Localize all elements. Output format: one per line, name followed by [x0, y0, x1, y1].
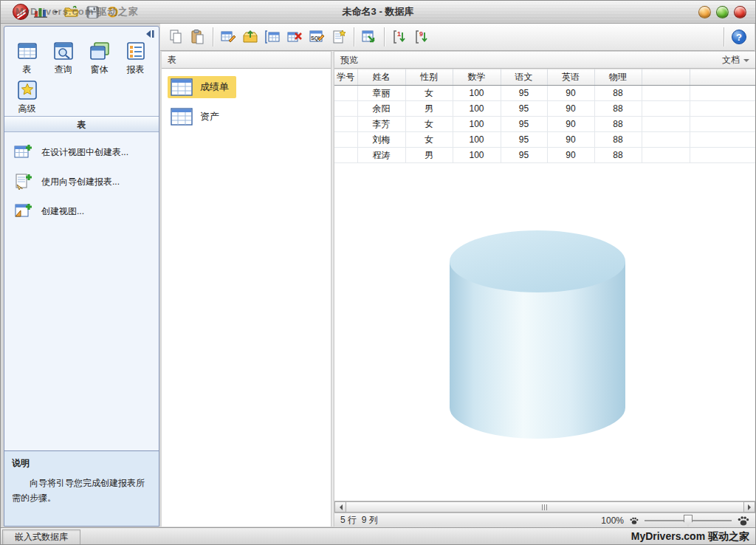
report-icon — [125, 40, 147, 62]
action-label: 创建视图... — [41, 205, 84, 218]
export-icon — [361, 29, 377, 45]
table-row: 李芳女100959088 — [334, 117, 755, 132]
table-row: 刘梅女100959088 — [334, 132, 755, 148]
table-cell — [334, 132, 357, 148]
table-cell: 男 — [405, 101, 453, 117]
category-reports[interactable]: 报表 — [117, 40, 154, 76]
document-menu-button[interactable]: 文档 — [722, 52, 749, 69]
new-chart-button[interactable] — [33, 5, 48, 18]
preview-header: 文档 预览 — [334, 52, 755, 69]
table-cell: 95 — [501, 148, 547, 163]
help-button[interactable]: ? — [729, 27, 749, 47]
sql-button[interactable]: SQL — [307, 27, 326, 47]
action-create-report-wizard[interactable]: 使用向导创建报表... — [13, 171, 120, 192]
table-cell — [334, 117, 357, 132]
table-cell: 100 — [453, 132, 501, 148]
new-dropdown-arrow-icon[interactable] — [54, 11, 58, 16]
export-button[interactable] — [360, 27, 379, 47]
new-report-button[interactable] — [329, 27, 348, 47]
toolbar-separator — [384, 27, 385, 47]
zoom-out-paw-icon[interactable] — [630, 516, 639, 525]
save-button[interactable] — [85, 5, 100, 18]
table-cell: 程涛 — [357, 148, 405, 163]
table-cell: 88 — [594, 132, 642, 148]
table-cell: 95 — [501, 132, 547, 148]
toolbar-separator — [213, 27, 213, 47]
sidebar-collapse-button[interactable] — [145, 30, 155, 38]
paste-button[interactable] — [188, 27, 207, 47]
zoom-slider-thumb[interactable] — [684, 515, 693, 527]
database-mode-label: 嵌入式数据库 — [2, 529, 80, 545]
zoom-slider[interactable] — [645, 515, 732, 527]
import-icon — [242, 29, 258, 45]
import-button[interactable] — [241, 27, 260, 47]
category-tables[interactable]: 表 — [9, 40, 45, 76]
table-cell — [690, 101, 755, 117]
table-cell — [690, 132, 755, 148]
table-cell: 女 — [405, 117, 453, 132]
table-cell — [334, 86, 357, 101]
column-header: 英语 — [547, 69, 594, 86]
sort-descending-button[interactable]: 9 — [412, 27, 431, 47]
sidebar: 表 查询 窗体 — [4, 26, 159, 527]
table-cell: 88 — [594, 101, 642, 117]
table-item-label: 资产 — [200, 110, 219, 123]
minimize-button[interactable] — [698, 6, 711, 18]
category-advanced[interactable]: 高级 — [9, 79, 45, 115]
table-cell: 95 — [501, 117, 547, 132]
form-icon — [89, 40, 111, 62]
undo-icon — [106, 6, 120, 18]
zoom-in-paw-icon[interactable] — [738, 515, 749, 527]
category-forms[interactable]: 窗体 — [81, 40, 117, 76]
column-header: 性别 — [405, 69, 453, 86]
main-toolbar: SQL 1 — [160, 24, 755, 51]
action-create-table-design[interactable]: 在设计视图中创建表... — [13, 142, 128, 162]
watermark-bottom: MyDrivers.com 驱动之家 — [631, 530, 749, 544]
document-menu-label: 文档 — [722, 52, 740, 69]
copy-icon — [168, 29, 184, 45]
column-header: 学号 — [334, 69, 357, 86]
triangle-right-icon — [748, 504, 754, 510]
object-categories: 表 查询 窗体 — [4, 38, 159, 117]
zoom-level: 100% — [601, 515, 624, 526]
sort-ascending-button[interactable]: 1 — [390, 27, 409, 47]
table-row: 余阳男100959088 — [334, 101, 755, 117]
maximize-button[interactable] — [716, 6, 729, 18]
category-queries[interactable]: 查询 — [45, 40, 81, 76]
row-col-count: 5 行 9 列 — [340, 514, 378, 527]
table-cell: 男 — [405, 148, 453, 163]
app-logo-icon[interactable] — [13, 4, 29, 20]
new-table-button[interactable] — [263, 27, 282, 47]
scroll-right-button[interactable] — [743, 501, 755, 513]
close-button[interactable] — [734, 6, 746, 18]
table-cell: 李芳 — [357, 117, 405, 132]
category-label: 窗体 — [91, 64, 109, 76]
category-label: 报表 — [127, 64, 145, 76]
delete-table-button[interactable] — [285, 27, 304, 47]
table-cell: 女 — [405, 86, 453, 101]
table-item-zichan[interactable]: 资产 — [168, 106, 227, 128]
table-design-button[interactable] — [219, 27, 238, 47]
delete-table-icon — [286, 29, 303, 45]
table-row: 程涛男100959088 — [334, 148, 755, 163]
window-controls — [698, 6, 746, 18]
open-button[interactable] — [64, 5, 79, 18]
tables-panel-header: 表 — [162, 52, 331, 69]
table-item-chengjidan[interactable]: 成绩单 — [168, 76, 236, 98]
table-cell: 90 — [547, 86, 594, 101]
copy-button[interactable] — [166, 27, 185, 47]
undo-button[interactable] — [106, 5, 120, 18]
table-cell — [642, 148, 690, 163]
scrollbar-thumb[interactable] — [346, 501, 743, 513]
table-cell — [642, 101, 690, 117]
preview-statusbar: 5 行 9 列 100% — [334, 513, 755, 527]
action-create-view[interactable]: 创建视图... — [13, 201, 84, 222]
table-cell — [690, 117, 755, 132]
svg-text:9: 9 — [419, 30, 423, 38]
scroll-left-button[interactable] — [334, 501, 346, 513]
create-view-icon — [13, 201, 34, 222]
cylinder-graphic — [450, 230, 625, 441]
toolbar-separator — [354, 27, 354, 47]
table-cell — [642, 117, 690, 132]
table-cell: 100 — [453, 117, 501, 132]
